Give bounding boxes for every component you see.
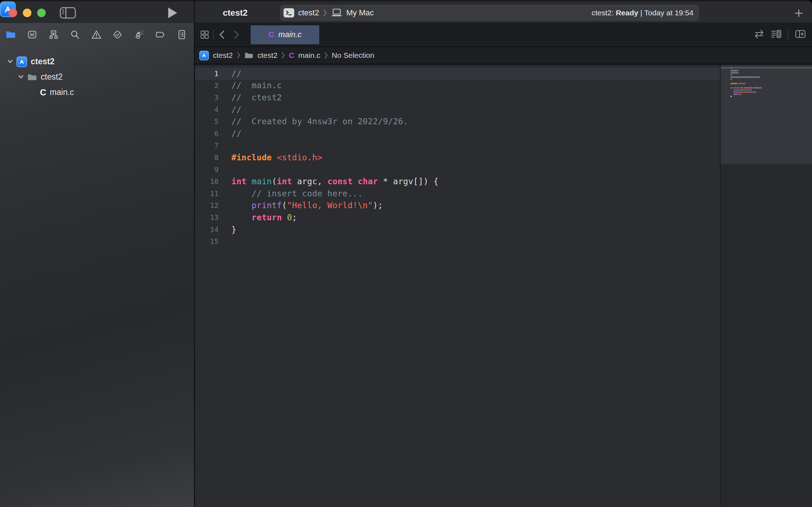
code-line[interactable]: 10int main(int argc, const char * argv[]… [195,175,720,187]
disclosure-chevron-icon[interactable] [18,75,24,79]
minimize-window-button[interactable] [23,9,31,17]
activity-status-display[interactable]: ctest2: Ready | Today at 19:54 [592,9,693,17]
debug-navigator-icon[interactable] [133,29,145,40]
code-line[interactable]: 4// [195,104,720,116]
c-file-icon: C [269,30,274,39]
status-time: | Today at 19:54 [638,9,693,17]
line-number[interactable]: 9 [195,165,219,174]
code-review-button[interactable] [753,29,765,41]
adjust-editor-options-button[interactable] [770,29,782,41]
jumpbar-segment-file[interactable]: main.c [298,51,320,60]
test-navigator-icon[interactable] [112,29,123,40]
breakpoint-navigator-icon[interactable] [155,29,166,40]
jumpbar-segment-group[interactable]: ctest2 [257,51,277,60]
minimap-line [739,91,754,93]
minimap[interactable] [721,65,812,507]
code-line[interactable]: 5// Created by 4nsw3r on 2022/9/26. [195,115,720,127]
source-editor[interactable]: 1//2// main.c3// ctest24//5// Created by… [195,65,720,507]
line-number[interactable]: 2 [195,81,219,90]
tabbar-separator [788,30,788,40]
code-rows: 1//2// main.c3// ctest24//5// Created by… [195,65,720,247]
run-button[interactable] [167,7,178,19]
close-window-button[interactable] [9,9,17,17]
minimap-line [740,94,741,95]
line-number[interactable]: 6 [195,129,219,138]
code-text: return 0; [219,213,297,222]
line-number[interactable]: 11 [195,189,219,198]
folder-icon [27,73,37,81]
code-text: #include <stdio.h> [219,153,322,162]
scheme-selector[interactable]: ctest2 My Mac [284,8,374,17]
line-number[interactable]: 4 [195,105,219,114]
code-line[interactable]: 1// [195,67,720,80]
add-editor-button[interactable] [795,29,806,41]
scheme-target-label[interactable]: ctest2 [298,8,319,17]
line-number[interactable]: 7 [195,141,219,150]
code-line[interactable]: 12 printf("Hello, World!\n"); [195,200,720,212]
minimap-line [721,67,812,69]
line-number[interactable]: 14 [195,225,219,234]
sidebar-toggle-icon [60,7,76,19]
status-project: ctest2: [592,9,616,17]
go-back-button[interactable] [217,29,226,40]
library-add-button[interactable] [793,7,805,19]
line-number[interactable]: 1 [195,69,219,78]
chevron-separator-icon [281,52,285,59]
chevron-separator-icon [324,52,328,59]
jumpbar-segment-selection[interactable]: No Selection [332,51,374,60]
c-file-icon: C [40,87,46,97]
minimap-line [740,87,743,89]
minimap-line [733,91,739,93]
minimap-line [744,87,752,89]
zoom-window-button[interactable] [37,9,46,17]
minimap-visible-region [721,65,812,164]
minimap-line [731,96,732,97]
tabbar-right-controls [753,29,812,41]
toolbar-center-pill: ctest2 My Mac ctest2: Ready | Today at 1… [280,5,699,21]
line-number[interactable]: 15 [195,237,219,246]
minimap-line [731,76,760,78]
scheme-destination-label[interactable]: My Mac [346,8,374,17]
source-control-navigator-icon[interactable] [26,29,38,40]
tree-row-project[interactable]: ctest2 [0,54,194,69]
toggle-navigator-sidebar-button[interactable] [59,7,76,19]
chevron-right-icon [323,9,327,16]
code-line[interactable]: 15 [195,235,720,247]
report-navigator-icon[interactable] [176,29,187,40]
editor-layout-button[interactable] [199,29,210,40]
tab-label: main.c [279,30,302,39]
code-line[interactable]: 8#include <stdio.h> [195,151,720,164]
tree-row-group[interactable]: ctest2 [0,69,194,85]
line-number[interactable]: 10 [195,177,219,186]
code-line[interactable]: 2// main.c [195,80,720,92]
code-line[interactable]: 13 return 0; [195,211,720,224]
minimap-line [733,87,737,89]
tab-main-c[interactable]: C main.c [251,25,319,44]
code-line[interactable]: 3// ctest2 [195,91,720,104]
code-line[interactable]: 11 // insert code here... [195,187,720,200]
code-line[interactable]: 6// [195,127,720,140]
line-number[interactable]: 13 [195,213,219,222]
disclosure-chevron-icon[interactable] [7,60,13,64]
tabbar-separator [213,30,214,40]
go-forward-button[interactable] [232,29,241,40]
jumpbar-segment-project[interactable]: ctest2 [213,51,233,60]
my-mac-device-icon [331,8,342,17]
line-number[interactable]: 5 [195,117,219,126]
minimap-line [737,87,739,89]
find-navigator-icon[interactable] [69,29,81,40]
minimap-line [733,94,738,95]
symbol-navigator-icon[interactable] [48,29,59,40]
issue-navigator-icon[interactable] [91,29,102,40]
line-number[interactable]: 3 [195,93,219,102]
code-line[interactable]: 7 [195,140,720,152]
line-number[interactable]: 8 [195,153,219,162]
tree-row-main-c[interactable]: C main.c [0,85,194,100]
code-line[interactable]: 9 [195,164,720,176]
project-file-tree: ctest2 ctest2 C main.c [0,54,194,100]
code-line[interactable]: 14} [195,224,720,236]
code-text: // insert code here... [219,189,363,198]
project-navigator-icon[interactable] [5,29,16,40]
minimap-line [731,67,732,69]
line-number[interactable]: 12 [195,201,219,210]
